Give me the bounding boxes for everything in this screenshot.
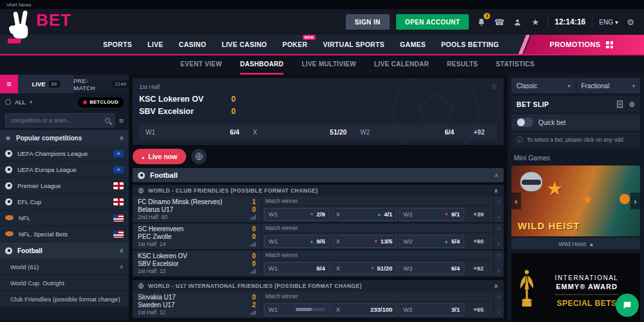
tab-statistics[interactable]: STATISTICS bbox=[496, 55, 535, 75]
odd-x[interactable]: X13/5 bbox=[332, 235, 397, 248]
settings-gear-icon[interactable] bbox=[625, 16, 636, 28]
favorite-star-icon[interactable] bbox=[491, 82, 497, 91]
tab-live-calendar[interactable]: LIVE CALENDAR bbox=[374, 55, 429, 75]
sidebar-item-world-cup-outright[interactable]: World Cup. Outright bbox=[0, 275, 129, 291]
sidebar-item-football[interactable]: Football bbox=[0, 242, 129, 259]
stats-icon[interactable] bbox=[251, 242, 256, 247]
favorite-star-icon[interactable] bbox=[496, 198, 501, 205]
sign-in-button[interactable]: SIGN IN bbox=[346, 14, 390, 30]
betslip-settings-icon[interactable] bbox=[629, 100, 635, 108]
match-row[interactable]: SC Heerenveen0 PEC Zwolle0 1st Half14 Ma… bbox=[133, 223, 504, 251]
sidebar-item-efl-cup[interactable]: EFL Cup bbox=[0, 194, 129, 210]
nav-pools-betting[interactable]: POOLS BETTING bbox=[441, 41, 499, 48]
account-person-icon[interactable] bbox=[511, 16, 523, 28]
tab-results[interactable]: RESULTS bbox=[447, 55, 478, 75]
nav-live-casino[interactable]: LIVE CASINO bbox=[222, 41, 267, 48]
league-header[interactable]: WORLD - U17 INTERNATIONAL FRIENDLIES (PO… bbox=[133, 280, 504, 292]
sidebar-item-uefa-champions-league[interactable]: UEFA Champions League bbox=[0, 146, 129, 162]
nav-promotions[interactable]: PROMOTIONS bbox=[518, 35, 644, 54]
receipt-icon[interactable] bbox=[616, 100, 623, 109]
nav-live[interactable]: LIVE bbox=[147, 41, 164, 48]
odd-w2[interactable]: W29/1 bbox=[399, 208, 464, 221]
odd-x[interactable]: X233/100 bbox=[332, 303, 397, 316]
search-icon[interactable] bbox=[105, 118, 110, 123]
prev-game-arrow[interactable] bbox=[511, 193, 521, 209]
game-selector[interactable]: Wild Heist bbox=[511, 238, 640, 249]
stats-icon[interactable] bbox=[251, 269, 256, 274]
match-row[interactable]: FC Dinamo Minsk (Reserves)1 Belarus U170… bbox=[133, 196, 504, 223]
nav-virtual-sports[interactable]: VIRTUAL SPORTS bbox=[323, 41, 384, 48]
odd-x[interactable]: X51/20 bbox=[332, 262, 397, 275]
featured-match-card[interactable]: 1st Half KSC Lokeren OV 0 SBV Excelsior … bbox=[133, 78, 504, 145]
news-link[interactable]: Vbet News bbox=[6, 2, 32, 8]
sidebar-item-nfl-special-bets[interactable]: NFL. Special Bets bbox=[0, 226, 129, 242]
all-radio-icon[interactable] bbox=[5, 99, 11, 105]
sidebar-item-nfl[interactable]: NFL bbox=[0, 210, 129, 226]
more-markets-button[interactable]: +39 bbox=[466, 211, 491, 218]
odd-x[interactable]: X4/1 bbox=[332, 208, 397, 221]
notifications-bell-icon[interactable]: 3 bbox=[475, 16, 487, 28]
view-mode-select[interactable]: Classic bbox=[511, 78, 576, 93]
nav-games[interactable]: GAMES bbox=[400, 41, 426, 48]
phone-support-icon[interactable] bbox=[493, 16, 505, 28]
tab-prematch-sidebar[interactable]: PRE-MATCH 2149 bbox=[73, 75, 129, 93]
next-game-arrow[interactable] bbox=[630, 193, 640, 209]
open-match-arrow-icon[interactable] bbox=[498, 213, 500, 220]
open-match-arrow-icon[interactable] bbox=[498, 240, 500, 247]
stats-icon[interactable] bbox=[251, 310, 256, 315]
nav-sports[interactable]: SPORTS bbox=[103, 41, 132, 48]
odd-w2[interactable]: W25/4 bbox=[399, 235, 464, 248]
stats-icon[interactable] bbox=[251, 215, 256, 220]
sport-section-football[interactable]: Football bbox=[133, 168, 504, 182]
favorite-star-icon[interactable] bbox=[496, 225, 501, 232]
match-row[interactable]: KSC Lokeren OV0 SBV Excelsior0 1st Half1… bbox=[133, 251, 504, 278]
open-account-button[interactable]: OPEN ACCOUNT bbox=[396, 14, 469, 30]
live-chat-button[interactable] bbox=[616, 294, 639, 317]
favorite-star-icon[interactable] bbox=[496, 294, 501, 300]
odd-w1[interactable]: W16/4 bbox=[264, 262, 330, 275]
quick-bet-toggle[interactable] bbox=[516, 118, 533, 127]
chevron-down-icon[interactable] bbox=[30, 99, 32, 105]
filter-sliders-icon[interactable] bbox=[118, 116, 124, 126]
odd-w2[interactable]: W2 6/4 bbox=[354, 124, 461, 140]
open-match-arrow-icon[interactable] bbox=[498, 308, 500, 316]
odd-x[interactable]: X 51/20 bbox=[247, 124, 354, 140]
language-selector[interactable]: ENG bbox=[599, 19, 618, 26]
live-now-button[interactable]: Live now bbox=[133, 149, 186, 164]
popular-competitions-header[interactable]: Popular competitions bbox=[0, 130, 129, 146]
nav-casino[interactable]: CASINO bbox=[179, 41, 207, 48]
more-markets-button[interactable]: +65 bbox=[466, 306, 491, 313]
search-input[interactable] bbox=[10, 117, 102, 124]
tab-live-sidebar[interactable]: LIVE 86 bbox=[18, 75, 73, 93]
favorites-star-icon[interactable] bbox=[529, 16, 541, 28]
favorite-star-icon[interactable] bbox=[496, 252, 501, 259]
sidebar-item-world[interactable]: World (61) bbox=[0, 259, 129, 275]
sidebar-item-premier-league[interactable]: Premier League bbox=[0, 178, 129, 194]
betcloud-toggle[interactable]: BETCLOUD bbox=[78, 97, 124, 108]
sidebar-item-uefa-europa-league[interactable]: UEFA Europa League bbox=[0, 162, 129, 178]
odd-w1[interactable]: W1 6/4 bbox=[139, 124, 247, 140]
nav-poker[interactable]: POKER WEB bbox=[283, 41, 308, 48]
search-box[interactable] bbox=[5, 113, 115, 128]
open-match-arrow-icon[interactable] bbox=[498, 267, 500, 274]
mini-game-banner[interactable]: WILD HEIST bbox=[511, 166, 640, 236]
tab-dashboard[interactable]: DASHBOARD bbox=[240, 55, 284, 75]
league-header[interactable]: WORLD - CLUB FRIENDLIES (POSSIBLE FORMAT… bbox=[133, 185, 504, 196]
odd-w2[interactable]: W26/4 bbox=[399, 262, 464, 275]
more-markets-button[interactable]: +90 bbox=[466, 238, 491, 245]
odds-format-select[interactable]: Fractional bbox=[576, 78, 641, 93]
match-row[interactable]: Slovakia U170 Sweden U172 1st Half12 Mat… bbox=[133, 292, 504, 319]
more-markets-button[interactable]: +92 bbox=[466, 265, 491, 272]
odd-w1[interactable]: W19/5 bbox=[264, 235, 330, 248]
mini-games-header[interactable]: Mini Games bbox=[511, 151, 640, 164]
globe-button[interactable] bbox=[191, 149, 207, 164]
sidebar-item-club-friendlies[interactable]: Club Friendlies (possible format change) bbox=[0, 291, 129, 307]
tab-live-multiview[interactable]: LIVE MULTIVIEW bbox=[301, 55, 356, 75]
odd-w1[interactable]: W1 bbox=[264, 303, 330, 316]
odd-w2[interactable]: W23/1 bbox=[399, 303, 464, 316]
sports-menu-icon[interactable] bbox=[0, 75, 18, 93]
filter-all-label[interactable]: ALL bbox=[15, 99, 26, 106]
odd-w1[interactable]: W12/9 bbox=[264, 208, 330, 221]
vbet-logo[interactable]: BET bbox=[8, 10, 71, 48]
more-markets-button[interactable]: +92 bbox=[461, 124, 497, 140]
